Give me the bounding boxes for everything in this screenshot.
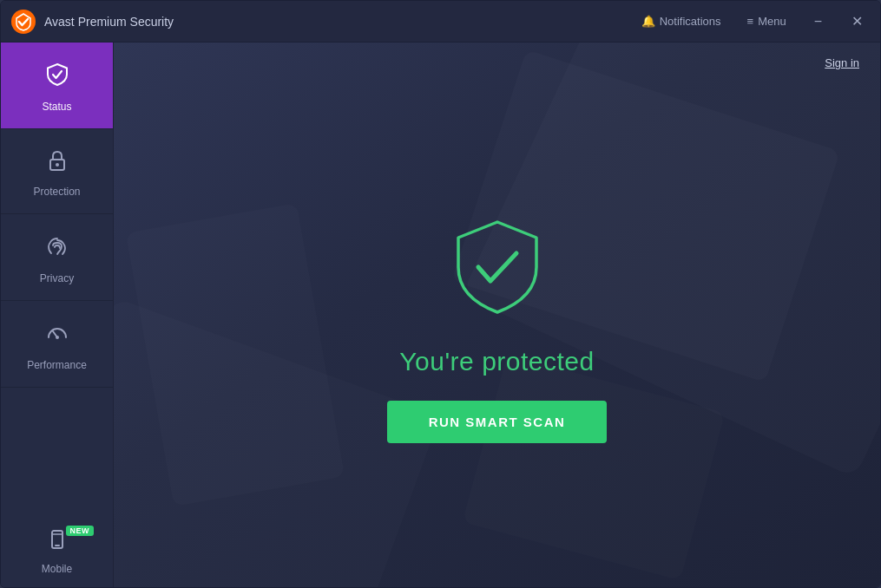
content-header: Sign in (114, 42, 880, 69)
sidebar-item-mobile[interactable]: NEW Mobile (1, 519, 113, 588)
sidebar-item-mobile-label: Mobile (42, 563, 72, 575)
titlebar: Avast Premium Security 🔔 Notifications ≡… (1, 1, 880, 42)
status-shield-icon (44, 62, 70, 94)
sidebar-item-protection-label: Protection (33, 186, 80, 198)
sidebar-item-status-label: Status (42, 101, 71, 113)
gauge-icon (44, 320, 70, 352)
bell-icon: 🔔 (641, 15, 655, 28)
sidebar-item-performance[interactable]: Performance (1, 301, 113, 388)
shield-container (450, 215, 545, 323)
sidebar-item-status[interactable]: Status (1, 42, 113, 129)
sidebar-item-performance-label: Performance (27, 359, 87, 371)
sidebar-item-privacy-label: Privacy (40, 272, 74, 284)
protected-status-text: You're protected (399, 347, 594, 376)
minimize-button[interactable]: − (807, 12, 829, 31)
main-layout: Status Protection (1, 42, 880, 588)
titlebar-left: Avast Premium Security (11, 10, 174, 34)
sign-in-link[interactable]: Sign in (825, 56, 859, 69)
sidebar-item-privacy[interactable]: Privacy (1, 214, 113, 301)
new-badge: NEW (66, 526, 95, 536)
sidebar-spacer (1, 388, 113, 519)
notifications-button[interactable]: 🔔 Notifications (636, 11, 726, 31)
avast-logo-icon (11, 10, 36, 34)
run-smart-scan-button[interactable]: RUN SMART SCAN (387, 401, 608, 443)
lock-icon (45, 148, 69, 179)
app-title: Avast Premium Security (44, 15, 174, 29)
sidebar-item-protection[interactable]: Protection (1, 129, 113, 214)
content-center: You're protected RUN SMART SCAN (114, 69, 880, 588)
titlebar-controls: 🔔 Notifications ≡ Menu − ✕ (636, 11, 870, 31)
close-button[interactable]: ✕ (845, 11, 870, 31)
svg-point-3 (56, 336, 59, 339)
protected-shield-icon (450, 215, 545, 319)
sidebar: Status Protection (1, 42, 114, 588)
content-area: Sign in You're protected RUN SMART SCAN (114, 42, 880, 588)
hamburger-icon: ≡ (747, 15, 754, 28)
fingerprint-icon (44, 233, 70, 265)
svg-point-2 (56, 163, 59, 167)
menu-button[interactable]: ≡ Menu (742, 11, 792, 31)
mobile-icon (46, 529, 69, 558)
